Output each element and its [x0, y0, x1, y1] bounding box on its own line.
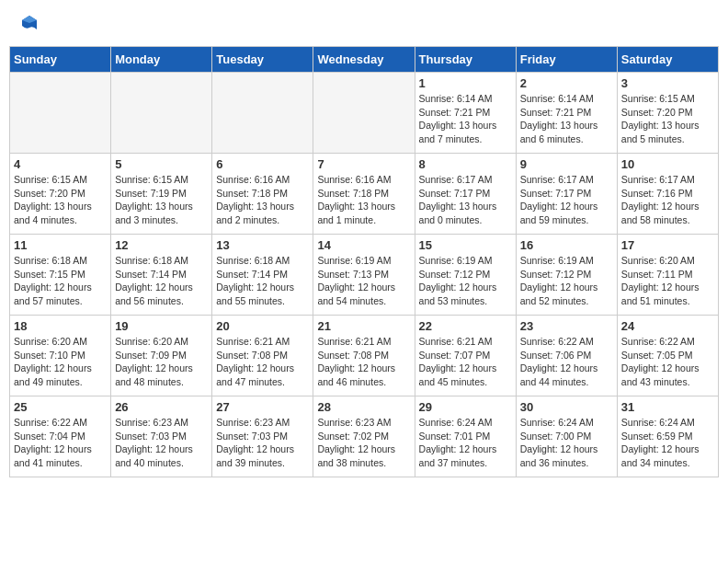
logo-icon — [18, 13, 40, 35]
day-info: Sunrise: 6:16 AM Sunset: 7:18 PM Dayligh… — [317, 173, 410, 227]
day-number: 3 — [621, 76, 714, 90]
calendar-cell: 3Sunrise: 6:15 AM Sunset: 7:20 PM Daylig… — [617, 73, 718, 154]
day-info: Sunrise: 6:24 AM Sunset: 7:00 PM Dayligh… — [520, 416, 613, 470]
weekday-header-tuesday: Tuesday — [212, 47, 313, 73]
day-info: Sunrise: 6:19 AM Sunset: 7:12 PM Dayligh… — [520, 254, 613, 308]
calendar-cell: 25Sunrise: 6:22 AM Sunset: 7:04 PM Dayli… — [10, 396, 111, 477]
day-info: Sunrise: 6:18 AM Sunset: 7:15 PM Dayligh… — [14, 254, 107, 308]
day-number: 4 — [14, 157, 107, 171]
day-number: 17 — [621, 238, 714, 252]
calendar-cell: 19Sunrise: 6:20 AM Sunset: 7:09 PM Dayli… — [111, 316, 212, 396]
calendar-week-row: 1Sunrise: 6:14 AM Sunset: 7:21 PM Daylig… — [10, 73, 719, 154]
calendar-week-row: 11Sunrise: 6:18 AM Sunset: 7:15 PM Dayli… — [10, 235, 719, 316]
day-number: 10 — [621, 157, 714, 171]
calendar-week-row: 18Sunrise: 6:20 AM Sunset: 7:10 PM Dayli… — [10, 316, 719, 396]
day-info: Sunrise: 6:16 AM Sunset: 7:18 PM Dayligh… — [216, 173, 309, 227]
calendar-table: SundayMondayTuesdayWednesdayThursdayFrid… — [9, 46, 719, 477]
calendar-cell — [10, 73, 111, 154]
day-number: 2 — [520, 76, 613, 90]
day-number: 23 — [520, 319, 613, 333]
calendar-cell: 20Sunrise: 6:21 AM Sunset: 7:08 PM Dayli… — [212, 316, 313, 396]
calendar-cell: 10Sunrise: 6:17 AM Sunset: 7:16 PM Dayli… — [617, 154, 718, 235]
calendar-cell: 31Sunrise: 6:24 AM Sunset: 6:59 PM Dayli… — [617, 396, 718, 477]
day-number: 31 — [621, 400, 714, 414]
day-info: Sunrise: 6:17 AM Sunset: 7:16 PM Dayligh… — [621, 173, 714, 227]
day-number: 8 — [419, 157, 512, 171]
day-info: Sunrise: 6:19 AM Sunset: 7:12 PM Dayligh… — [419, 254, 512, 308]
calendar-week-row: 25Sunrise: 6:22 AM Sunset: 7:04 PM Dayli… — [10, 396, 719, 477]
calendar-cell: 4Sunrise: 6:15 AM Sunset: 7:20 PM Daylig… — [10, 154, 111, 235]
day-number: 26 — [115, 400, 208, 414]
day-info: Sunrise: 6:17 AM Sunset: 7:17 PM Dayligh… — [520, 173, 613, 227]
day-info: Sunrise: 6:23 AM Sunset: 7:02 PM Dayligh… — [317, 416, 410, 470]
weekday-header-saturday: Saturday — [617, 47, 718, 73]
calendar-cell: 14Sunrise: 6:19 AM Sunset: 7:13 PM Dayli… — [313, 235, 415, 316]
day-info: Sunrise: 6:21 AM Sunset: 7:07 PM Dayligh… — [419, 335, 512, 389]
day-info: Sunrise: 6:21 AM Sunset: 7:08 PM Dayligh… — [216, 335, 309, 389]
weekday-header-wednesday: Wednesday — [313, 47, 415, 73]
day-number: 28 — [317, 400, 410, 414]
day-info: Sunrise: 6:15 AM Sunset: 7:19 PM Dayligh… — [115, 173, 208, 227]
day-number: 5 — [115, 157, 208, 171]
day-number: 16 — [520, 238, 613, 252]
day-info: Sunrise: 6:17 AM Sunset: 7:17 PM Dayligh… — [419, 173, 512, 227]
day-info: Sunrise: 6:15 AM Sunset: 7:20 PM Dayligh… — [621, 92, 714, 146]
day-number: 25 — [14, 400, 107, 414]
day-number: 6 — [216, 157, 309, 171]
calendar-cell: 11Sunrise: 6:18 AM Sunset: 7:15 PM Dayli… — [10, 235, 111, 316]
day-info: Sunrise: 6:14 AM Sunset: 7:21 PM Dayligh… — [419, 92, 512, 146]
day-info: Sunrise: 6:21 AM Sunset: 7:08 PM Dayligh… — [317, 335, 410, 389]
weekday-header-row: SundayMondayTuesdayWednesdayThursdayFrid… — [10, 47, 719, 73]
day-number: 11 — [14, 238, 107, 252]
day-info: Sunrise: 6:20 AM Sunset: 7:10 PM Dayligh… — [14, 335, 107, 389]
calendar-cell — [313, 73, 415, 154]
day-info: Sunrise: 6:14 AM Sunset: 7:21 PM Dayligh… — [520, 92, 613, 146]
weekday-header-sunday: Sunday — [10, 47, 111, 73]
calendar-week-row: 4Sunrise: 6:15 AM Sunset: 7:20 PM Daylig… — [10, 154, 719, 235]
weekday-header-friday: Friday — [516, 47, 617, 73]
weekday-header-thursday: Thursday — [415, 47, 516, 73]
day-info: Sunrise: 6:20 AM Sunset: 7:11 PM Dayligh… — [621, 254, 714, 308]
day-info: Sunrise: 6:18 AM Sunset: 7:14 PM Dayligh… — [216, 254, 309, 308]
page-header — [9, 9, 719, 39]
day-info: Sunrise: 6:22 AM Sunset: 7:04 PM Dayligh… — [14, 416, 107, 470]
calendar-cell — [212, 73, 313, 154]
day-number: 22 — [419, 319, 512, 333]
day-number: 29 — [419, 400, 512, 414]
day-number: 13 — [216, 238, 309, 252]
calendar-cell: 15Sunrise: 6:19 AM Sunset: 7:12 PM Dayli… — [415, 235, 516, 316]
calendar-cell: 1Sunrise: 6:14 AM Sunset: 7:21 PM Daylig… — [415, 73, 516, 154]
day-number: 1 — [419, 76, 512, 90]
day-number: 7 — [317, 157, 410, 171]
calendar-cell: 29Sunrise: 6:24 AM Sunset: 7:01 PM Dayli… — [415, 396, 516, 477]
day-info: Sunrise: 6:22 AM Sunset: 7:05 PM Dayligh… — [621, 335, 714, 389]
day-info: Sunrise: 6:15 AM Sunset: 7:20 PM Dayligh… — [14, 173, 107, 227]
calendar-cell: 27Sunrise: 6:23 AM Sunset: 7:03 PM Dayli… — [212, 396, 313, 477]
day-number: 30 — [520, 400, 613, 414]
day-number: 24 — [621, 319, 714, 333]
day-info: Sunrise: 6:20 AM Sunset: 7:09 PM Dayligh… — [115, 335, 208, 389]
calendar-cell: 22Sunrise: 6:21 AM Sunset: 7:07 PM Dayli… — [415, 316, 516, 396]
day-number: 19 — [115, 319, 208, 333]
day-number: 14 — [317, 238, 410, 252]
calendar-cell: 7Sunrise: 6:16 AM Sunset: 7:18 PM Daylig… — [313, 154, 415, 235]
calendar-cell: 9Sunrise: 6:17 AM Sunset: 7:17 PM Daylig… — [516, 154, 617, 235]
calendar-cell: 18Sunrise: 6:20 AM Sunset: 7:10 PM Dayli… — [10, 316, 111, 396]
day-info: Sunrise: 6:24 AM Sunset: 6:59 PM Dayligh… — [621, 416, 714, 470]
day-number: 21 — [317, 319, 410, 333]
day-info: Sunrise: 6:24 AM Sunset: 7:01 PM Dayligh… — [419, 416, 512, 470]
calendar-cell — [111, 73, 212, 154]
calendar-cell: 28Sunrise: 6:23 AM Sunset: 7:02 PM Dayli… — [313, 396, 415, 477]
day-number: 15 — [419, 238, 512, 252]
day-info: Sunrise: 6:18 AM Sunset: 7:14 PM Dayligh… — [115, 254, 208, 308]
day-number: 27 — [216, 400, 309, 414]
calendar-cell: 24Sunrise: 6:22 AM Sunset: 7:05 PM Dayli… — [617, 316, 718, 396]
calendar-cell: 13Sunrise: 6:18 AM Sunset: 7:14 PM Dayli… — [212, 235, 313, 316]
calendar-cell: 5Sunrise: 6:15 AM Sunset: 7:19 PM Daylig… — [111, 154, 212, 235]
calendar-cell: 12Sunrise: 6:18 AM Sunset: 7:14 PM Dayli… — [111, 235, 212, 316]
day-info: Sunrise: 6:23 AM Sunset: 7:03 PM Dayligh… — [115, 416, 208, 470]
calendar-cell: 21Sunrise: 6:21 AM Sunset: 7:08 PM Dayli… — [313, 316, 415, 396]
calendar-cell: 30Sunrise: 6:24 AM Sunset: 7:00 PM Dayli… — [516, 396, 617, 477]
calendar-cell: 16Sunrise: 6:19 AM Sunset: 7:12 PM Dayli… — [516, 235, 617, 316]
day-info: Sunrise: 6:22 AM Sunset: 7:06 PM Dayligh… — [520, 335, 613, 389]
